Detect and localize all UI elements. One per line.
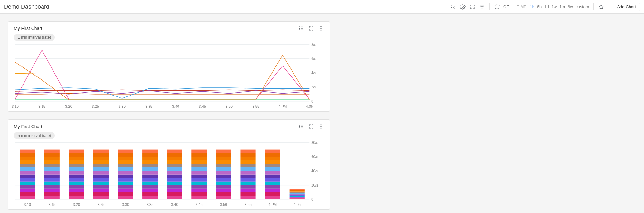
svg-text:3:40: 3:40 [172,104,179,109]
chart2-chip: 5 min interval (rate) [14,132,55,139]
svg-rect-145 [142,175,158,178]
gear-icon[interactable] [459,3,466,10]
chart1-chip: 1 min interval (rate) [14,34,55,41]
star-icon[interactable] [598,3,605,10]
svg-rect-232 [290,192,305,193]
svg-text:3:20: 3:20 [73,202,80,207]
svg-rect-191 [216,160,231,164]
svg-rect-214 [265,178,280,182]
time-option-1h[interactable]: 1h [529,4,535,10]
svg-rect-102 [69,178,84,182]
svg-rect-138 [118,150,133,153]
svg-point-45 [321,126,321,127]
svg-rect-188 [216,171,231,175]
page-header: Demo Dashboard Off TIME 1h 6h 1d 1w 1m 6… [0,0,644,14]
svg-rect-219 [265,160,280,164]
chart-panel-1: My First Chart 1 min interval (rate) [8,21,330,112]
svg-rect-230 [290,194,305,194]
add-chart-button[interactable]: Add Chart [613,3,640,11]
svg-rect-204 [240,164,255,167]
filter-icon[interactable] [478,3,485,10]
svg-rect-208 [240,150,255,153]
dashboard-board: My First Chart 1 min interval (rate) [0,14,644,213]
svg-rect-173 [191,175,207,178]
svg-rect-184 [216,185,231,189]
svg-rect-85 [44,189,60,192]
svg-rect-233 [290,192,305,192]
svg-rect-112 [93,192,109,196]
svg-rect-221 [265,153,280,157]
svg-rect-148 [142,164,158,167]
svg-text:6/s: 6/s [311,56,316,61]
svg-text:4 PM: 4 PM [278,104,287,109]
svg-rect-207 [240,153,255,157]
search-icon[interactable] [449,3,457,10]
svg-rect-83 [44,196,60,199]
svg-rect-111 [93,196,109,199]
svg-text:4 PM: 4 PM [268,202,277,207]
svg-rect-79 [20,160,35,164]
svg-rect-229 [290,194,305,195]
svg-rect-134 [118,164,133,167]
svg-rect-98 [69,192,84,196]
svg-rect-178 [191,157,207,160]
svg-rect-185 [216,182,231,185]
chart1-area[interactable]: 02/s4/s6/s8/s3:103:153:203:253:303:353:4… [8,43,330,111]
refresh-icon[interactable] [494,3,501,10]
time-option-1d[interactable]: 1d [543,4,549,10]
svg-rect-154 [167,192,182,196]
time-option-6w[interactable]: 6w [567,4,574,10]
divider [609,3,609,10]
svg-rect-198 [240,185,255,189]
divider [489,3,490,10]
expand-icon[interactable] [308,124,314,129]
svg-rect-72 [20,185,35,189]
chart2-area[interactable]: 020/s40/s60/s80/s3:103:153:203:253:303:3… [8,141,330,209]
svg-rect-167 [191,196,207,199]
svg-rect-97 [69,196,84,199]
svg-rect-194 [216,150,231,153]
svg-rect-234 [290,191,305,191]
chart-panel-2: My First Chart 5 min interval (rate) [8,119,330,210]
legend-icon[interactable] [299,124,304,129]
svg-rect-147 [142,167,158,171]
svg-text:2/s: 2/s [311,85,316,90]
svg-rect-77 [20,167,35,171]
svg-rect-142 [142,185,158,189]
svg-rect-162 [167,164,182,167]
svg-rect-186 [216,178,231,182]
legend-icon[interactable] [299,25,304,31]
time-option-1m[interactable]: 1m [559,4,566,10]
svg-rect-203 [240,167,255,171]
svg-rect-136 [118,157,133,160]
svg-rect-88 [44,178,60,182]
svg-rect-122 [93,157,109,160]
time-option-6h[interactable]: 6h [536,4,542,10]
more-icon[interactable] [318,124,324,129]
svg-point-11 [299,28,300,29]
svg-rect-74 [20,178,35,182]
expand-icon[interactable] [308,25,314,31]
svg-rect-96 [44,150,60,153]
time-option-1w[interactable]: 1w [551,4,558,10]
svg-rect-179 [191,153,207,157]
divider [593,3,594,10]
time-option-custom[interactable]: custom [575,4,590,10]
svg-rect-94 [44,157,60,160]
divider [513,3,513,10]
fullscreen-icon[interactable] [469,3,476,10]
svg-rect-223 [290,199,305,199]
svg-rect-225 [290,197,305,198]
svg-text:4/s: 4/s [311,71,316,76]
svg-rect-202 [240,171,255,175]
svg-rect-133 [118,167,133,171]
svg-point-15 [321,30,321,30]
svg-rect-195 [240,196,255,199]
header-toolbar: Off TIME 1h 6h 1d 1w 1m 6w custom Add Ch… [449,3,640,11]
svg-line-1 [454,7,455,9]
svg-rect-169 [191,189,207,192]
svg-rect-190 [216,164,231,167]
svg-rect-127 [118,189,133,192]
more-icon[interactable] [318,25,324,31]
svg-rect-226 [290,197,305,197]
